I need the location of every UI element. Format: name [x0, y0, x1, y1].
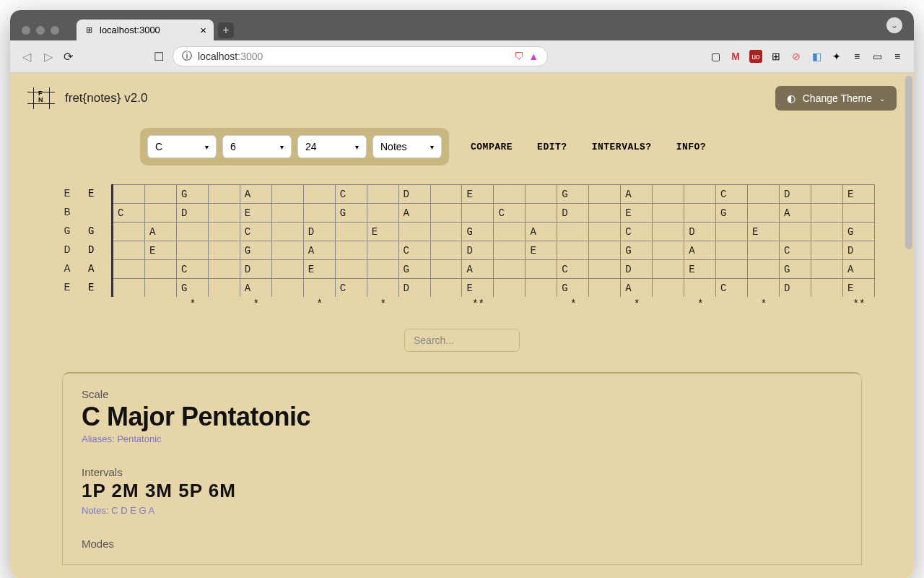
fret-cell[interactable]	[336, 259, 367, 278]
fret-cell[interactable]	[748, 278, 780, 297]
fret-cell[interactable]	[304, 278, 336, 297]
fret-cell[interactable]	[113, 278, 145, 297]
fret-cell[interactable]	[431, 259, 463, 278]
fret-cell[interactable]	[145, 259, 177, 278]
fret-cell[interactable]	[716, 241, 748, 259]
fret-cell[interactable]	[209, 259, 240, 278]
fret-cell[interactable]: C	[621, 222, 653, 241]
edit-link[interactable]: EDIT?	[537, 142, 567, 152]
fret-cell[interactable]: C	[113, 203, 145, 222]
fret-cell[interactable]	[367, 203, 399, 222]
fret-cell[interactable]	[780, 222, 811, 241]
site-info-icon[interactable]: ⓘ	[182, 50, 192, 63]
address-bar[interactable]: ⓘ localhost:3000 ⛉ ▲	[173, 46, 548, 66]
fret-cell[interactable]	[589, 222, 621, 241]
fret-cell[interactable]	[145, 278, 177, 297]
fret-cell[interactable]: E	[684, 259, 716, 278]
fret-cell[interactable]	[494, 278, 526, 297]
fret-cell[interactable]: A	[843, 259, 875, 278]
reload-button[interactable]: ⟳	[64, 50, 73, 64]
fret-cell[interactable]: G	[177, 184, 209, 203]
fret-cell[interactable]: E	[145, 241, 177, 259]
info-link[interactable]: INFO?	[676, 142, 707, 152]
fret-cell[interactable]	[684, 278, 716, 297]
fret-cell[interactable]	[145, 203, 177, 222]
fret-cell[interactable]	[748, 241, 780, 259]
fret-cell[interactable]	[653, 241, 684, 259]
fret-cell[interactable]: D	[621, 259, 653, 278]
fret-cell[interactable]	[748, 259, 780, 278]
fret-cell[interactable]	[431, 278, 463, 297]
fret-cell[interactable]	[811, 259, 843, 278]
fret-cell[interactable]	[113, 259, 145, 278]
fret-cell[interactable]: D	[399, 184, 431, 203]
fret-cell[interactable]: E	[304, 259, 336, 278]
fret-cell[interactable]: E	[843, 278, 875, 297]
fret-cell[interactable]	[209, 203, 240, 222]
fret-cell[interactable]: C	[336, 278, 367, 297]
fret-cell[interactable]	[526, 203, 557, 222]
fret-cell[interactable]	[748, 203, 780, 222]
fret-cell[interactable]	[494, 241, 526, 259]
fret-cell[interactable]: C	[240, 222, 272, 241]
back-button[interactable]: ◁	[20, 50, 33, 63]
fret-cell[interactable]	[494, 259, 526, 278]
fret-cell[interactable]	[431, 203, 463, 222]
fret-cell[interactable]	[272, 222, 304, 241]
root-select[interactable]: C▾	[147, 135, 217, 158]
fret-cell[interactable]: D	[177, 203, 209, 222]
fret-cell[interactable]: E	[843, 184, 875, 203]
fret-cell[interactable]	[589, 278, 621, 297]
menu-icon[interactable]: ≡	[891, 50, 904, 63]
fret-cell[interactable]: G	[557, 278, 589, 297]
fret-cell[interactable]	[177, 222, 209, 241]
fret-cell[interactable]	[209, 278, 240, 297]
fret-cell[interactable]	[811, 184, 843, 203]
fret-cell[interactable]: G	[462, 222, 494, 241]
fret-cell[interactable]: D	[684, 222, 716, 241]
fret-cell[interactable]	[811, 241, 843, 259]
fret-cell[interactable]	[589, 259, 621, 278]
fret-cell[interactable]	[209, 241, 240, 259]
fret-cell[interactable]: D	[399, 278, 431, 297]
fret-cell[interactable]: G	[336, 203, 367, 222]
ext-icon-3[interactable]: ⊘	[790, 50, 803, 63]
fret-cell[interactable]	[304, 203, 336, 222]
fret-cell[interactable]: A	[240, 278, 272, 297]
fret-cell[interactable]: A	[399, 203, 431, 222]
new-tab-button[interactable]: +	[218, 22, 234, 38]
fret-cell[interactable]	[272, 259, 304, 278]
fret-cell[interactable]: A	[240, 184, 272, 203]
fret-cell[interactable]: G	[240, 241, 272, 259]
fret-cell[interactable]	[811, 222, 843, 241]
fret-cell[interactable]	[843, 203, 875, 222]
fret-cell[interactable]	[811, 203, 843, 222]
fret-cell[interactable]: A	[780, 203, 811, 222]
fret-cell[interactable]	[589, 241, 621, 259]
fret-cell[interactable]	[653, 184, 684, 203]
fret-cell[interactable]	[494, 184, 526, 203]
display-select[interactable]: Notes▾	[372, 135, 442, 158]
forward-button[interactable]: ▷	[42, 50, 55, 63]
fret-cell[interactable]: A	[304, 241, 336, 259]
fret-cell[interactable]	[716, 259, 748, 278]
fret-cell[interactable]	[526, 259, 557, 278]
fret-cell[interactable]	[653, 203, 684, 222]
fret-cell[interactable]	[748, 184, 780, 203]
fret-cell[interactable]: D	[843, 241, 875, 259]
fret-cell[interactable]: A	[684, 241, 716, 259]
gmail-icon[interactable]: M	[729, 50, 742, 63]
fret-cell[interactable]	[272, 241, 304, 259]
fret-cell[interactable]: C	[716, 278, 748, 297]
change-theme-button[interactable]: ◐ Change Theme ⌄	[775, 86, 897, 111]
fret-cell[interactable]	[462, 203, 494, 222]
fret-cell[interactable]: C	[557, 259, 589, 278]
extensions-icon[interactable]: ✦	[830, 50, 843, 63]
fret-cell[interactable]: G	[557, 184, 589, 203]
fret-cell[interactable]	[589, 203, 621, 222]
fret-cell[interactable]	[209, 222, 240, 241]
fret-cell[interactable]: G	[716, 203, 748, 222]
fret-cell[interactable]	[716, 222, 748, 241]
fret-cell[interactable]	[431, 222, 463, 241]
fret-cell[interactable]: G	[843, 222, 875, 241]
